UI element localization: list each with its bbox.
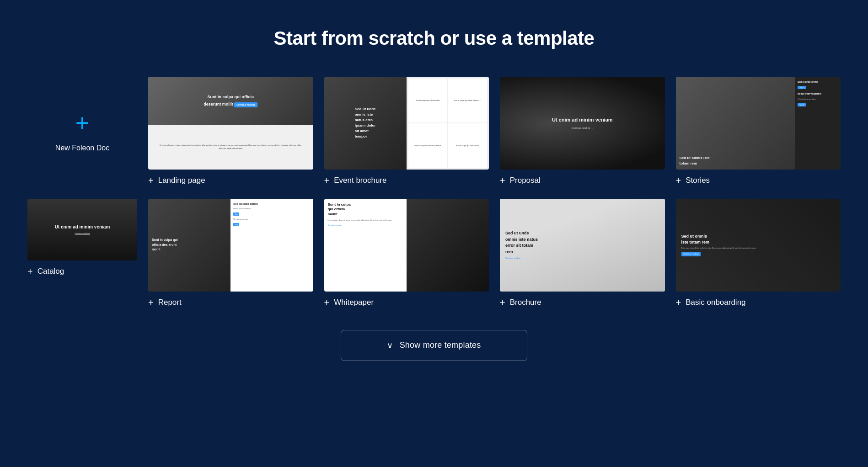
template-label-catalog: + Catalog: [27, 267, 137, 276]
template-thumbnail-whitepaper: Sunt in culpaqui officiamollit Lorem ips…: [324, 199, 489, 292]
new-doc-label: New Foleon Doc: [55, 144, 109, 152]
template-thumbnail-stories: Sed ut omnis istetotam rem Sed ut unde o…: [676, 77, 841, 170]
plus-icon-event-brochure: +: [324, 176, 330, 185]
plus-icon-report: +: [148, 298, 154, 307]
template-thumbnail-event-brochure: Sed ut undeomnis istenatus erroipsum dol…: [324, 77, 489, 170]
page-title: Start from scratch or use a template: [27, 27, 841, 49]
plus-icon-brochure: +: [500, 298, 505, 307]
template-thumbnail-catalog: Ut enim ad minim veniam Continue reading: [27, 199, 137, 260]
show-more-label: Show more templates: [400, 340, 481, 350]
template-label-report: + Report: [148, 298, 313, 307]
plus-icon-basic-onboarding: +: [676, 298, 681, 307]
row1-grid: + New Foleon Doc Sunt in culpa qui offic…: [27, 77, 841, 185]
plus-icon-whitepaper: +: [324, 298, 330, 307]
new-doc-cell[interactable]: + New Foleon Doc: [27, 77, 137, 185]
template-card-landing-page[interactable]: Sunt in culpa qui officiadeserunt mollit…: [148, 77, 313, 185]
plus-icon-landing-page: +: [148, 176, 154, 185]
template-label-event-brochure: + Event brochure: [324, 176, 489, 185]
plus-icon-catalog: +: [27, 267, 33, 276]
template-label-landing-page: + Landing page: [148, 176, 313, 185]
plus-icon-stories: +: [676, 176, 681, 185]
template-card-report[interactable]: Sunt in culpa quiofficia des eruntmollit…: [148, 199, 313, 307]
template-card-brochure[interactable]: Sed ut undeomnis iste natuserror sit tot…: [500, 199, 665, 307]
template-card-stories[interactable]: Sed ut omnis istetotam rem Sed ut unde o…: [676, 77, 841, 185]
template-thumbnail-report: Sunt in culpa quiofficia des eruntmollit…: [148, 199, 313, 292]
template-card-proposal[interactable]: Ut enim ad minim veniam Continue reading…: [500, 77, 665, 185]
template-card-catalog[interactable]: Ut enim ad minim veniam Continue reading…: [27, 199, 137, 307]
template-card-event-brochure[interactable]: Sed ut undeomnis istenatus erroipsum dol…: [324, 77, 489, 185]
plus-icon-proposal: +: [500, 176, 505, 185]
chevron-down-icon: ∨: [387, 340, 393, 350]
template-label-basic-onboarding: + Basic onboarding: [676, 298, 841, 307]
new-doc-plus-icon: +: [69, 109, 96, 137]
row2-grid: Ut enim ad minim veniam Continue reading…: [27, 199, 841, 307]
template-thumbnail-landing-page: Sunt in culpa qui officiadeserunt mollit…: [148, 77, 313, 170]
template-thumbnail-basic-onboarding: Sed ut omnisiste totam rem Duis aute iru…: [676, 199, 841, 292]
template-label-proposal: + Proposal: [500, 176, 665, 185]
template-thumbnail-brochure: Sed ut undeomnis iste natuserror sit tot…: [500, 199, 665, 292]
template-card-whitepaper[interactable]: Sunt in culpaqui officiamollit Lorem ips…: [324, 199, 489, 307]
template-label-whitepaper: + Whitepaper: [324, 298, 489, 307]
page-wrapper: Start from scratch or use a template + N…: [0, 0, 868, 398]
template-label-stories: + Stories: [676, 176, 841, 185]
template-thumbnail-proposal: Ut enim ad minim veniam Continue reading…: [500, 77, 665, 170]
show-more-button[interactable]: ∨ Show more templates: [341, 330, 527, 361]
template-label-brochure: + Brochure: [500, 298, 665, 307]
show-more-row: ∨ Show more templates: [27, 330, 841, 361]
template-card-basic-onboarding[interactable]: Sed ut omnisiste totam rem Duis aute iru…: [676, 199, 841, 307]
